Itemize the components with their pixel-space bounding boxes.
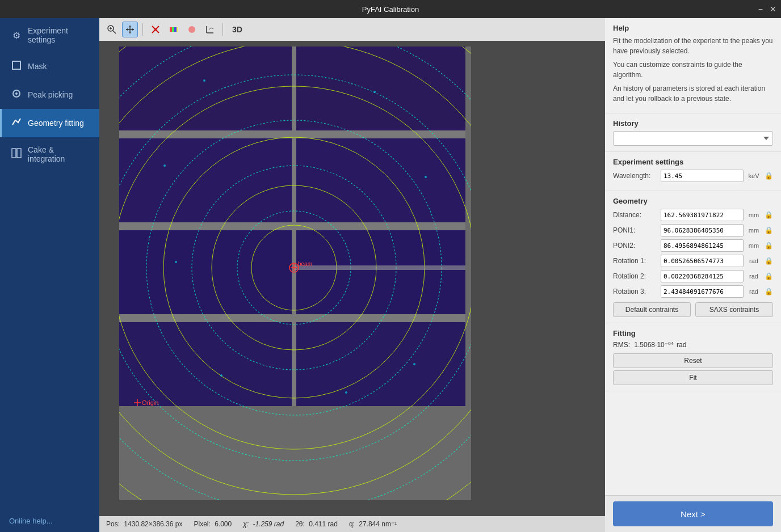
svg-marker-12 xyxy=(129,32,131,33)
sidebar-item-geometry-fitting[interactable]: Geometry fitting xyxy=(0,109,99,137)
fit-button[interactable]: Fit xyxy=(613,370,773,385)
sidebar-item-experiment-settings[interactable]: ⚙ Experiment settings xyxy=(0,18,99,52)
saxs-constraints-button[interactable]: SAXS contraints xyxy=(695,302,773,317)
colormap-button[interactable] xyxy=(166,22,182,37)
next-btn-area: Next > xyxy=(605,495,781,532)
sidebar-spacer xyxy=(0,171,99,510)
statusbar: Pos: 1430.82×386.36 px Pixel: 6.000 χ: -… xyxy=(99,516,605,532)
rotation3-lock-icon[interactable]: 🔒 xyxy=(764,288,773,295)
rotation2-lock-icon[interactable]: 🔒 xyxy=(764,272,773,280)
pan-icon xyxy=(125,25,135,34)
wavelength-unit: keV xyxy=(746,172,762,179)
sidebar-item-cake-label: Cake & integration xyxy=(28,145,90,163)
wavelength-lock-icon[interactable]: 🔒 xyxy=(764,172,773,180)
svg-point-21 xyxy=(188,26,195,33)
svg-point-39 xyxy=(146,120,442,415)
rotation1-input[interactable] xyxy=(661,255,744,267)
rotation3-input[interactable] xyxy=(661,285,744,298)
svg-point-56 xyxy=(203,79,205,82)
svg-point-36 xyxy=(119,47,471,500)
svg-point-45 xyxy=(163,137,425,398)
next-button[interactable]: Next > xyxy=(613,501,773,526)
axis-icon xyxy=(205,25,215,34)
sidebar-item-experiment-label: Experiment settings xyxy=(28,26,90,44)
rotation2-input[interactable] xyxy=(661,270,744,282)
minimize-button[interactable]: − xyxy=(758,5,763,14)
fitting-btn-row: Reset xyxy=(613,353,773,368)
experiment-settings-section: Experiment settings Wavelength: keV 🔒 xyxy=(605,152,781,191)
reset-button[interactable] xyxy=(148,22,163,37)
help-text-3: An history of parameters is stored at ea… xyxy=(613,83,773,104)
svg-point-44 xyxy=(119,86,471,449)
history-section: History xyxy=(605,113,781,152)
distance-label: Distance: xyxy=(613,211,658,219)
sidebar-item-mask[interactable]: Mask xyxy=(0,52,99,81)
app-title: PyFAI Calibration xyxy=(362,5,419,14)
poni2-input[interactable] xyxy=(661,239,744,252)
distance-unit: mm xyxy=(746,212,762,218)
svg-point-38 xyxy=(119,75,471,461)
svg-marker-11 xyxy=(129,26,131,27)
titlebar-controls: − ✕ xyxy=(758,5,776,14)
dot-button[interactable] xyxy=(184,22,200,37)
svg-point-2 xyxy=(15,92,18,95)
svg-rect-29 xyxy=(119,130,465,138)
fitting-section: Fitting RMS: 1.5068·10⁻⁰⁴ rad Reset Fit xyxy=(605,323,781,391)
rotation2-unit: rad xyxy=(746,273,762,280)
rotation2-row: Rotation 2: rad 🔒 xyxy=(613,270,773,282)
center-panel: 3D xyxy=(99,18,605,532)
poni1-unit: mm xyxy=(746,227,762,234)
two-theta-label: 2θ: 0.411 rad xyxy=(295,520,338,528)
toolbar-sep-1 xyxy=(142,23,143,36)
close-button[interactable]: ✕ xyxy=(770,5,776,14)
mask-icon xyxy=(11,60,22,73)
help-text-1: Fit the modelization of the experient to… xyxy=(613,36,773,56)
pan-button[interactable] xyxy=(122,22,138,37)
zoom-button[interactable] xyxy=(104,22,120,37)
default-constraints-button[interactable]: Default contraints xyxy=(613,302,691,317)
svg-point-40 xyxy=(192,166,396,370)
distance-lock-icon[interactable]: 🔒 xyxy=(764,211,773,219)
rotation2-label: Rotation 2: xyxy=(613,272,658,280)
svg-point-47 xyxy=(251,225,337,310)
distance-input[interactable] xyxy=(661,209,744,221)
wavelength-row: Wavelength: keV 🔒 xyxy=(613,170,773,182)
poni1-lock-icon[interactable]: 🔒 xyxy=(764,226,773,234)
dot-icon xyxy=(187,25,196,34)
rotation3-unit: rad xyxy=(746,288,762,295)
poni2-lock-icon[interactable]: 🔒 xyxy=(764,242,773,250)
sidebar-item-peak-label: Peak picking xyxy=(28,90,73,99)
detector-svg: beam Origin xyxy=(119,47,471,500)
rotation1-lock-icon[interactable]: 🔒 xyxy=(764,257,773,265)
sidebar-item-geometry-label: Geometry fitting xyxy=(28,119,84,128)
svg-rect-18 xyxy=(172,27,174,32)
svg-rect-3 xyxy=(12,149,16,158)
viz-area[interactable]: beam Origin xyxy=(99,41,605,516)
reset-button[interactable]: Reset xyxy=(613,353,773,368)
wavelength-input[interactable] xyxy=(661,170,744,182)
toolbar: 3D xyxy=(99,18,605,41)
rotation3-label: Rotation 3: xyxy=(613,288,658,295)
colormap-icon xyxy=(169,25,178,34)
svg-rect-24 xyxy=(119,47,471,500)
svg-point-58 xyxy=(163,164,166,167)
poni2-unit: mm xyxy=(746,242,762,249)
svg-line-6 xyxy=(113,31,116,33)
poni1-input[interactable] xyxy=(661,224,744,237)
right-panel: Help Fit the modelization of the experie… xyxy=(605,18,781,532)
svg-rect-30 xyxy=(119,222,465,230)
rms-value: RMS: 1.5068·10⁻⁰⁴ rad xyxy=(613,341,773,349)
wavelength-label: Wavelength: xyxy=(613,172,658,180)
sidebar-item-cake-integration[interactable]: Cake & integration xyxy=(0,137,99,171)
online-help-link[interactable]: Online help... xyxy=(0,510,99,532)
svg-rect-17 xyxy=(170,27,172,32)
fitting-title: Fitting xyxy=(613,329,773,337)
geometry-section: Geometry Distance: mm 🔒 PONI1: mm 🔒 PONI… xyxy=(605,191,781,323)
svg-rect-35 xyxy=(292,322,296,406)
axis-button[interactable] xyxy=(202,22,218,37)
history-dropdown[interactable] xyxy=(613,131,773,146)
sidebar-item-peak-picking[interactable]: Peak picking xyxy=(0,81,99,109)
svg-marker-14 xyxy=(132,28,134,31)
history-title: History xyxy=(613,119,773,128)
3d-button[interactable]: 3D xyxy=(232,25,242,34)
